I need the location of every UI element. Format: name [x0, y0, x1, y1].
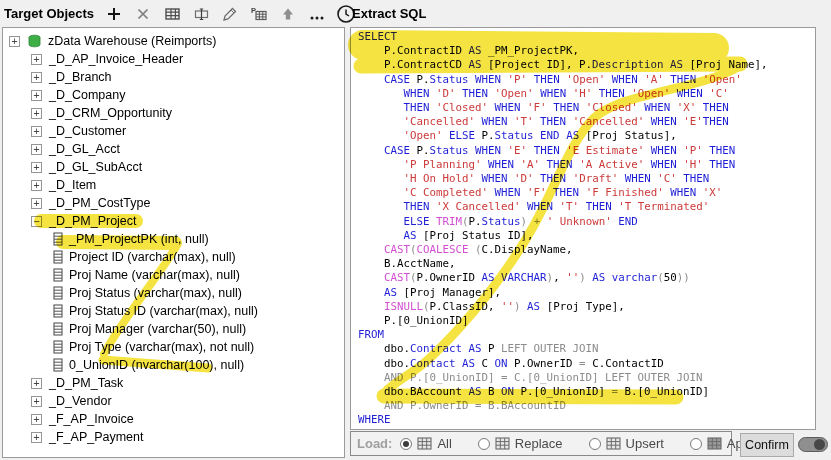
collapse-icon[interactable]: −: [31, 216, 42, 227]
tree-column-item[interactable]: 0_UnionID (nvarchar(100), null): [3, 356, 344, 374]
tree-column-item[interactable]: Project ID (varchar(max), null): [3, 248, 344, 266]
tree-table-item[interactable]: +_D_CRM_Opportunity: [3, 104, 344, 122]
expand-icon[interactable]: +: [31, 90, 42, 101]
tree-table-item[interactable]: +_D_Vendor: [3, 392, 344, 410]
tree-item-label: Proj Type (varchar(max), not null): [69, 340, 254, 354]
tree-table-item[interactable]: +_D_Company: [3, 86, 344, 104]
radio-selected-icon[interactable]: [400, 438, 412, 450]
tree-item-label: 0_UnionID (nvarchar(100), null): [69, 358, 244, 372]
expand-icon[interactable]: +: [31, 198, 42, 209]
tree-column-item[interactable]: Proj Status (varchar(max), null): [3, 284, 344, 302]
tree-column-item[interactable]: Proj Type (varchar(max), not null): [3, 338, 344, 356]
expand-icon[interactable]: +: [31, 72, 42, 83]
tree-table-item[interactable]: +_D_GL_SubAcct: [3, 158, 344, 176]
column-icon: [53, 232, 63, 246]
load-option-all[interactable]: All: [400, 436, 451, 451]
sql-line: THEN 'Closed' WHEN 'F' THEN 'Closed' WHE…: [358, 101, 815, 115]
expand-icon[interactable]: +: [31, 414, 42, 425]
sql-line: AND P.OwnerID = B.BAccountID: [358, 399, 815, 413]
sql-line: ISNULL(P.ClassID, '') AS [Proj Type],: [358, 300, 815, 314]
tree-item-label: _D_Item: [49, 178, 96, 192]
sql-line: THEN 'X Cancelled' WHEN 'T' THEN 'T Term…: [358, 200, 815, 214]
target-objects-tree: +zData Warehouse (Reimports)+_D_AP_Invoi…: [3, 28, 344, 446]
table-grid-icon: [495, 437, 510, 450]
tree-item-label: _D_Vendor: [49, 394, 112, 408]
tree-item-label: _F_AP_Payment: [49, 430, 144, 444]
rename-icon[interactable]: [191, 4, 211, 24]
tree-table-item[interactable]: +zData Warehouse (Reimports): [3, 32, 344, 50]
tree-table-item[interactable]: +_D_GL_Acct: [3, 140, 344, 158]
confirm-toggle[interactable]: [798, 437, 828, 452]
tree-item-label: _D_PM_CostType: [49, 196, 150, 210]
sql-line: 'Cancelled' WHEN 'T' THEN 'Cancelled' WH…: [358, 115, 815, 129]
sql-line: 'Open' ELSE P.Status END AS [Proj Status…: [358, 129, 815, 143]
expand-icon[interactable]: +: [31, 126, 42, 137]
sql-line: dbo.Contract AS P LEFT OUTER JOIN: [358, 342, 815, 356]
sql-line: WHEN 'D' THEN 'Open' WHEN 'H' THEN 'Open…: [358, 87, 815, 101]
expand-icon[interactable]: +: [31, 162, 42, 173]
tree-table-item[interactable]: +_D_Item: [3, 176, 344, 194]
expand-icon[interactable]: +: [31, 180, 42, 191]
tree-table-item[interactable]: +_F_AP_Payment: [3, 428, 344, 446]
sql-line: ELSE TRIM(P.Status) + ' Unknown' END: [358, 215, 815, 229]
expand-icon[interactable]: +: [31, 54, 42, 65]
expand-icon[interactable]: +: [31, 108, 42, 119]
load-option-upsert[interactable]: Upsert: [589, 436, 664, 451]
expand-icon[interactable]: +: [31, 378, 42, 389]
paste-table-icon[interactable]: P: [249, 4, 269, 24]
sql-code: SELECT P.ContractID AS _PM_ProjectPK, P.…: [351, 28, 815, 428]
sql-line: CASE P.Status WHEN 'P' THEN 'Open' WHEN …: [358, 73, 815, 87]
load-options-bar: Load: AllReplaceUpsertAppend: [350, 431, 732, 456]
tree-table-item[interactable]: +_D_PM_Task: [3, 374, 344, 392]
tree-table-item[interactable]: −_D_PM_Project: [3, 212, 344, 230]
tree-column-item[interactable]: Proj Status ID (varchar(max), null): [3, 302, 344, 320]
sql-line: WHERE: [358, 413, 815, 427]
load-option-label: Replace: [515, 436, 563, 451]
tree-item-label: _D_GL_Acct: [49, 142, 120, 156]
more-icon[interactable]: [307, 4, 327, 24]
sql-editor-panel[interactable]: SELECT P.ContractID AS _PM_ProjectPK, P.…: [350, 27, 816, 430]
tree-table-item[interactable]: +_D_Branch: [3, 68, 344, 86]
tree-table-item[interactable]: +_D_PM_CostType: [3, 194, 344, 212]
radio-icon[interactable]: [589, 438, 601, 450]
sql-line: dbo.BAccount AS B ON P.[0_UnionID] = B.[…: [358, 385, 815, 399]
radio-icon[interactable]: [478, 438, 490, 450]
tree-column-item[interactable]: _PM_ProjectPK (int, null): [3, 230, 344, 248]
target-objects-toolbar: P: [104, 4, 356, 24]
tree-table-item[interactable]: +_F_AP_Invoice: [3, 410, 344, 428]
table-icon[interactable]: [162, 4, 182, 24]
load-option-replace[interactable]: Replace: [478, 436, 563, 451]
table-grid-icon: [417, 437, 432, 450]
tree-item-label: Proj Status (varchar(max), null): [69, 286, 242, 300]
delete-icon[interactable]: [133, 4, 153, 24]
sql-line: dbo.Contact AS C ON P.OwnerID = C.Contac…: [358, 357, 815, 371]
expand-icon[interactable]: +: [31, 432, 42, 443]
expand-icon[interactable]: +: [9, 36, 20, 47]
column-icon: [53, 340, 63, 354]
radio-icon[interactable]: [690, 438, 702, 450]
tree-item-label: Proj Status ID (varchar(max), null): [69, 304, 258, 318]
sql-line: CAST(COALESCE (C.DisplayName,: [358, 243, 815, 257]
tree-item-label: _D_Customer: [49, 124, 126, 138]
tree-item-label: _F_AP_Invoice: [49, 412, 134, 426]
tree-table-item[interactable]: +_D_Customer: [3, 122, 344, 140]
svg-text:P: P: [251, 6, 256, 15]
expand-icon[interactable]: +: [31, 396, 42, 407]
load-radio-group: AllReplaceUpsertAppend: [400, 436, 797, 451]
tree-item-label: _D_Branch: [49, 70, 112, 84]
expand-icon[interactable]: +: [31, 144, 42, 155]
left-panel-title: Target Objects: [4, 6, 94, 21]
sql-line: CASE P.Status WHEN 'E' THEN 'E Estimate'…: [358, 144, 815, 158]
tree-column-item[interactable]: Proj Manager (varchar(50), null): [3, 320, 344, 338]
sql-line: AND P.[0_UnionID] = C.[0_UnionID] LEFT O…: [358, 371, 815, 385]
edit-icon[interactable]: [220, 4, 240, 24]
sql-line: FROM: [358, 328, 815, 342]
upload-icon[interactable]: [278, 4, 298, 24]
sql-line: P.[0_UnionID]: [358, 314, 815, 328]
sql-line: B.AcctName,: [358, 257, 815, 271]
confirm-button[interactable]: Confirm: [740, 433, 794, 457]
tree-column-item[interactable]: Proj Name (varchar(max), null): [3, 266, 344, 284]
tree-table-item[interactable]: +_D_AP_Invoice_Header: [3, 50, 344, 68]
add-icon[interactable]: [104, 4, 124, 24]
tree-item-label: _PM_ProjectPK (int, null): [69, 232, 209, 246]
